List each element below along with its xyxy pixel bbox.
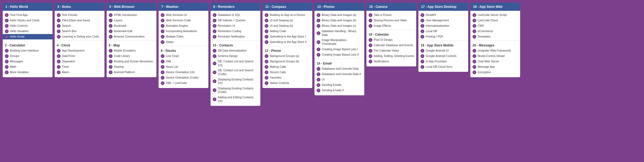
list-item[interactable]: ✓Your First App bbox=[3, 12, 52, 18]
list-item[interactable]: ✓In-App Purchase bbox=[418, 59, 468, 64]
list-item[interactable]: ✓Reminders UI bbox=[211, 23, 260, 29]
list-item[interactable]: ✓Image Effects bbox=[366, 23, 416, 29]
list-item[interactable]: ✓Multiple Cities bbox=[159, 34, 208, 39]
list-item[interactable]: ✓Messages bbox=[3, 59, 52, 64]
list-item[interactable]: ✓Databases and Unicode Data bbox=[314, 66, 364, 72]
list-item[interactable]: ✓Hello Script bbox=[3, 34, 52, 39]
list-item[interactable]: ✓CMS bbox=[470, 23, 520, 29]
list-item[interactable]: ✓UI bbox=[314, 77, 364, 82]
list-item[interactable]: ✓DB, Contact List and Search (UI) bbox=[211, 59, 260, 68]
list-item[interactable]: ✓Math bbox=[3, 64, 52, 70]
list-item[interactable]: ✓LiveCode Server Script bbox=[470, 12, 520, 18]
list-item[interactable]: ✓Stopwatch bbox=[55, 59, 104, 64]
list-item[interactable]: ✓Hello Variables bbox=[3, 29, 52, 34]
list-item[interactable]: ✓Swipe bbox=[159, 39, 208, 45]
list-item[interactable]: ✓Text Chunks bbox=[55, 12, 104, 18]
list-item[interactable]: ✓Reminders Coding bbox=[211, 29, 260, 34]
list-item[interactable]: ✓Date/Time bbox=[55, 53, 104, 59]
list-item[interactable]: ✓Favorites bbox=[262, 75, 312, 80]
list-item[interactable]: ✓Animation Engine bbox=[159, 23, 208, 29]
list-item[interactable]: ✓Incorporating Animations bbox=[159, 29, 208, 34]
list-item[interactable]: ✓Files [Open and Save] bbox=[55, 18, 104, 23]
list-item[interactable]: ✓Image Manipulation - Thumbnails bbox=[314, 38, 364, 46]
list-item[interactable]: ✓Templates bbox=[470, 34, 520, 39]
list-item[interactable]: ✓Binary Data and Images (c) bbox=[314, 23, 364, 29]
list-item[interactable]: ✓Building User Interface bbox=[3, 48, 52, 53]
list-item[interactable]: ✓Web Services UI bbox=[159, 12, 208, 18]
list-item[interactable]: ✓LiveCode Cloud bbox=[470, 18, 520, 23]
list-item[interactable]: ✓Search Box bbox=[55, 29, 104, 34]
list-item[interactable]: ✓Stock List bbox=[159, 64, 208, 70]
list-item[interactable]: ✓Displaying Existing Contacts (Code) bbox=[211, 86, 260, 95]
list-item[interactable]: ✓Layers bbox=[107, 18, 156, 23]
list-item[interactable]: ✓Printing / PDF bbox=[418, 34, 468, 39]
list-item[interactable]: ✓Background Groups (b) bbox=[262, 59, 312, 64]
list-item[interactable]: ✓Bookmark Edit bbox=[107, 29, 156, 34]
list-item[interactable]: ✓Local DB-Cloud Sync bbox=[418, 64, 468, 70]
list-item[interactable]: ✓Model-Control-Viewer bbox=[470, 53, 520, 59]
list-item[interactable]: ✓Internationalization bbox=[418, 23, 468, 29]
list-item[interactable]: ✓Adding, Editing, Deleting Events bbox=[366, 53, 416, 59]
list-item[interactable]: ✓User Management bbox=[418, 18, 468, 23]
list-item[interactable]: ✓eCommerce bbox=[470, 29, 520, 34]
list-item[interactable]: ✓Line Chart bbox=[159, 53, 208, 59]
list-item[interactable]: ✓Learning to Debug your Code bbox=[55, 34, 104, 39]
list-item[interactable]: ✓Google Android UI bbox=[418, 48, 468, 53]
list-item[interactable]: ✓App Development bbox=[55, 48, 104, 53]
list-item[interactable]: ✓Submitting to the App Store I bbox=[262, 34, 312, 39]
list-item[interactable]: ✓Encryption bbox=[470, 70, 520, 75]
list-item[interactable]: ✓Sending Emails bbox=[314, 82, 364, 88]
list-item[interactable]: ✓Submitting to the App Store II bbox=[262, 39, 312, 45]
list-item[interactable]: ✓UI and Swiping (a) bbox=[262, 18, 312, 23]
list-item[interactable]: ✓Hello Stacks and Cards bbox=[3, 18, 52, 23]
list-item[interactable]: ✓XML bbox=[159, 59, 208, 64]
list-item[interactable]: ✓Databases and Unicode Data II bbox=[314, 72, 364, 77]
list-item[interactable]: ✓Alarm bbox=[55, 70, 104, 75]
list-item[interactable]: ✓Message App bbox=[470, 64, 520, 70]
list-item[interactable]: ✓Local DB bbox=[418, 29, 468, 34]
list-item[interactable]: ✓Databases & SQL bbox=[211, 12, 260, 18]
list-item[interactable]: ✓Routing and Screen Resolution bbox=[107, 59, 156, 64]
list-item[interactable]: ✓DB Data Normalization bbox=[211, 48, 260, 53]
list-item[interactable]: ✓Reminder Notification bbox=[211, 34, 260, 39]
list-item[interactable]: ✓Code Library bbox=[107, 53, 156, 59]
list-item[interactable]: ✓DB Indexes + Queries bbox=[211, 18, 260, 23]
list-item[interactable]: ✓Android Platform bbox=[107, 70, 156, 75]
list-item[interactable]: ✓DB, Contact List and Search (Code) bbox=[211, 68, 260, 77]
list-item[interactable]: ✓Browser Communication bbox=[107, 34, 156, 39]
list-item[interactable]: ✓Sharing bbox=[107, 64, 156, 70]
list-item[interactable]: ✓UI and Swiping (b) bbox=[262, 23, 312, 29]
list-item[interactable]: ✓Search bbox=[55, 23, 104, 29]
list-item[interactable]: ✓Adding Code bbox=[262, 29, 312, 34]
list-item[interactable]: ✓HTML Introduction bbox=[107, 12, 156, 18]
list-item[interactable]: ✓Hello Controls bbox=[3, 23, 52, 29]
list-item[interactable]: ✓Groups bbox=[3, 53, 52, 59]
list-item[interactable]: ✓Chat Web Server bbox=[470, 59, 520, 64]
list-item[interactable]: ✓RestAPI bbox=[418, 12, 468, 18]
list-item[interactable]: ✓Timer bbox=[55, 64, 104, 70]
list-item[interactable]: ✓Background Groups (a) bbox=[262, 53, 312, 59]
list-item[interactable]: ✓Database Handling - Binary Data bbox=[314, 29, 364, 38]
list-item[interactable]: ✓Bookmark bbox=[107, 23, 156, 29]
list-item[interactable]: ✓Building an App on a Device bbox=[262, 12, 312, 18]
list-item[interactable]: ✓Schema Design bbox=[211, 53, 260, 59]
list-item[interactable]: ✓Web Services Code bbox=[159, 18, 208, 23]
list-item[interactable]: ✓Calender Database and Events bbox=[366, 43, 416, 48]
list-item[interactable]: ✓Sending Emails II bbox=[314, 88, 364, 93]
list-item[interactable]: ✓iPad UI Design bbox=[366, 37, 416, 43]
list-item[interactable]: ✓Device Orientation (Code) bbox=[159, 75, 208, 80]
list-item[interactable]: ✓revIgniter Web Framework bbox=[470, 48, 520, 53]
list-item[interactable]: ✓Binary Data and Images (b) bbox=[314, 18, 364, 23]
list-item[interactable]: ✓Native Controls bbox=[262, 80, 312, 86]
list-item[interactable]: ✓Device Orientation (UI) bbox=[159, 70, 208, 75]
list-item[interactable]: ✓Take a Picture bbox=[366, 12, 416, 18]
list-item[interactable]: ✓Adding and Editing Contacts (UI) bbox=[211, 95, 260, 104]
list-item[interactable]: ✓Creating Image Based Lists II bbox=[314, 52, 364, 58]
list-item[interactable]: ✓Google Android Controls bbox=[418, 53, 468, 59]
list-item[interactable]: ✓Recent Calls bbox=[262, 70, 312, 75]
list-item[interactable]: ✓Displaying Existing Contacts (UI) bbox=[211, 77, 260, 86]
list-item[interactable]: ✓Mobile Emulators bbox=[107, 48, 156, 53]
list-item[interactable]: ✓Binary Data and Images (a) bbox=[314, 12, 364, 18]
list-item[interactable]: ✓Making Calls bbox=[262, 64, 312, 70]
list-item[interactable]: ✓Creating Image Based Lists I bbox=[314, 47, 364, 52]
